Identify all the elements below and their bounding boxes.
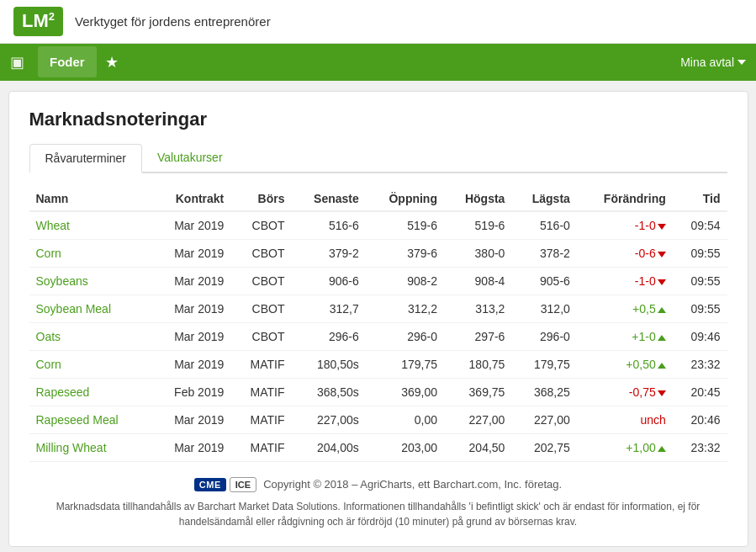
cell-time: 09:55 xyxy=(673,239,727,267)
tabs: Råvaruterminer Valutakurser xyxy=(29,144,727,173)
cell-exchange: CBOT xyxy=(230,322,291,350)
footer-logos: CME ICE Copyright © 2018 – AgriCharts, e… xyxy=(29,477,727,492)
table-row: Milling WheatMar 2019MATIF204,00s203,002… xyxy=(29,433,727,461)
cell-name[interactable]: Oats xyxy=(29,322,151,350)
cell-high: 519-6 xyxy=(444,211,511,240)
nav-mina-avtal[interactable]: Mina avtal xyxy=(680,56,734,69)
cell-open: 369,00 xyxy=(366,378,444,406)
cell-low: 368,25 xyxy=(511,378,576,406)
cme-badge: CME xyxy=(194,478,226,491)
cell-change: unch xyxy=(577,406,673,433)
cell-high: 180,75 xyxy=(444,350,511,378)
cell-contract: Mar 2019 xyxy=(151,433,230,461)
arrow-down-icon xyxy=(658,390,666,396)
page-title: Marknadsnoteringar xyxy=(29,109,727,130)
cell-low: 905-6 xyxy=(511,267,576,295)
table-row: Rapeseed MealMar 2019MATIF227,00s0,00227… xyxy=(29,406,727,433)
cell-last: 227,00s xyxy=(291,406,365,433)
col-forandring: Förändring xyxy=(577,187,673,211)
cell-contract: Mar 2019 xyxy=(151,267,230,295)
cell-high: 380-0 xyxy=(444,239,511,267)
cell-exchange: MATIF xyxy=(230,433,291,461)
tab-valutakurser[interactable]: Valutakurser xyxy=(142,144,238,172)
tagline: Verktyget för jordens entreprenörer xyxy=(75,14,271,29)
cell-high: 908-4 xyxy=(444,267,511,295)
cell-exchange: CBOT xyxy=(230,267,291,295)
arrow-up-icon xyxy=(658,307,666,313)
cell-high: 313,2 xyxy=(444,295,511,322)
table-body: WheatMar 2019CBOT516-6519-6519-6516-0-1-… xyxy=(29,211,727,462)
cell-name[interactable]: Milling Wheat xyxy=(29,433,151,461)
cell-change: +0,50 xyxy=(577,350,673,378)
table-row: Soybean MealMar 2019CBOT312,7312,2313,23… xyxy=(29,295,727,322)
table-row: WheatMar 2019CBOT516-6519-6519-6516-0-1-… xyxy=(29,211,727,240)
cell-open: 0,00 xyxy=(366,406,444,433)
nav-dropdown-arrow xyxy=(737,60,746,65)
cell-time: 23:32 xyxy=(673,350,727,378)
arrow-down-icon xyxy=(658,252,666,257)
col-namn: Namn xyxy=(29,187,151,211)
grid-icon[interactable]: ▣ xyxy=(10,53,24,72)
logo: LM2 xyxy=(13,7,63,36)
cell-change: -1-0 xyxy=(577,267,673,295)
cell-open: 379-6 xyxy=(366,239,444,267)
cell-change: -0-6 xyxy=(577,239,673,267)
cell-name[interactable]: Soybeans xyxy=(29,267,151,295)
cell-name[interactable]: Rapeseed Meal xyxy=(29,406,151,433)
table-header: Namn Kontrakt Börs Senaste Öppning Högst… xyxy=(29,187,727,211)
cell-time: 23:32 xyxy=(673,433,727,461)
cell-contract: Mar 2019 xyxy=(151,239,230,267)
cell-high: 204,50 xyxy=(444,433,511,461)
cell-name[interactable]: Wheat xyxy=(29,211,151,240)
cell-exchange: MATIF xyxy=(230,406,291,433)
cell-high: 227,00 xyxy=(444,406,511,433)
nav-foder[interactable]: Foder xyxy=(38,46,97,77)
nav-bar: ▣ Foder ★ Mina avtal xyxy=(0,44,756,81)
cell-high: 297-6 xyxy=(444,322,511,350)
col-kontrakt: Kontrakt xyxy=(151,187,230,211)
cell-contract: Mar 2019 xyxy=(151,211,230,240)
cell-contract: Mar 2019 xyxy=(151,322,230,350)
cell-exchange: CBOT xyxy=(230,239,291,267)
cell-last: 906-6 xyxy=(291,267,365,295)
cell-low: 516-0 xyxy=(511,211,576,240)
cell-low: 296-0 xyxy=(511,322,576,350)
cell-last: 296-6 xyxy=(291,322,365,350)
cell-name[interactable]: Corn xyxy=(29,239,151,267)
cell-open: 179,75 xyxy=(366,350,444,378)
cell-last: 180,50s xyxy=(291,350,365,378)
col-oppning: Öppning xyxy=(366,187,444,211)
cell-time: 20:46 xyxy=(673,406,727,433)
cell-change: -1-0 xyxy=(577,211,673,240)
main-content: Marknadsnoteringar Råvaruterminer Valuta… xyxy=(8,91,748,547)
cell-contract: Mar 2019 xyxy=(151,295,230,322)
cell-open: 908-2 xyxy=(366,267,444,295)
cell-low: 202,75 xyxy=(511,433,576,461)
col-senaste: Senaste xyxy=(291,187,365,211)
cell-change: +0,5 xyxy=(577,295,673,322)
cell-last: 516-6 xyxy=(291,211,365,240)
cell-name[interactable]: Soybean Meal xyxy=(29,295,151,322)
arrow-down-icon xyxy=(658,224,666,230)
cell-time: 20:45 xyxy=(673,378,727,406)
cell-last: 368,50s xyxy=(291,378,365,406)
cell-time: 09:55 xyxy=(673,295,727,322)
cell-time: 09:46 xyxy=(673,322,727,350)
arrow-down-icon xyxy=(658,279,666,285)
cell-high: 369,75 xyxy=(444,378,511,406)
top-header: LM2 Verktyget för jordens entreprenörer xyxy=(0,0,756,44)
tab-ravaruterminer[interactable]: Råvaruterminer xyxy=(29,144,142,173)
cell-name[interactable]: Rapeseed xyxy=(29,378,151,406)
star-icon[interactable]: ★ xyxy=(105,53,119,72)
arrow-up-icon xyxy=(658,335,666,341)
arrow-up-icon xyxy=(658,363,666,369)
table-row: CornMar 2019MATIF180,50s179,75180,75179,… xyxy=(29,350,727,378)
cell-low: 179,75 xyxy=(511,350,576,378)
cell-change: -0,75 xyxy=(577,378,673,406)
cell-name[interactable]: Corn xyxy=(29,350,151,378)
cell-last: 379-2 xyxy=(291,239,365,267)
ice-badge: ICE xyxy=(230,477,256,492)
cell-last: 204,00s xyxy=(291,433,365,461)
cell-low: 312,0 xyxy=(511,295,576,322)
cell-exchange: MATIF xyxy=(230,350,291,378)
